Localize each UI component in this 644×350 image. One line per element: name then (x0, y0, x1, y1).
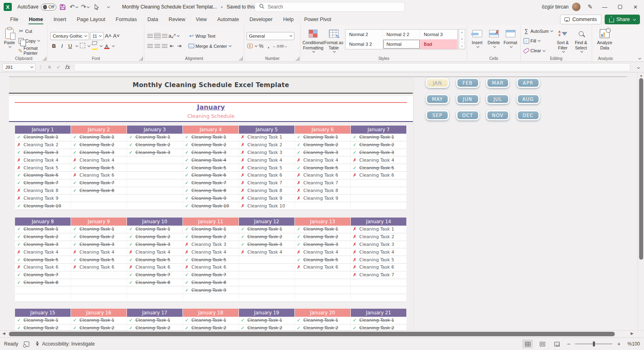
task-cell[interactable] (71, 294, 127, 302)
task-cell[interactable]: ✓Cleaning Task 2 (239, 324, 295, 330)
tab-formulas[interactable]: Formulas (110, 15, 142, 25)
month-button-jun[interactable]: JUN (456, 94, 479, 104)
day-header[interactable]: January 12 (239, 218, 295, 226)
task-cell[interactable] (351, 294, 407, 302)
task-cell[interactable]: ✗Cleaning Task 7 (295, 179, 351, 187)
task-cell[interactable] (239, 264, 295, 271)
task-cell[interactable]: ✓Cleaning Task 2 (239, 233, 295, 241)
delete-cells-button[interactable]: Delete (485, 27, 502, 48)
horizontal-scrollbar[interactable]: ◀ ▶ (0, 330, 644, 337)
sort-filter-button[interactable]: AZ Sort & Filter (554, 27, 572, 53)
clear-button[interactable]: Clear (523, 47, 553, 55)
user-avatar[interactable] (572, 2, 581, 11)
task-cell[interactable]: ✓Cleaning Task 2 (127, 233, 183, 241)
task-cell[interactable]: ✓Cleaning Task 7 (15, 179, 71, 187)
task-cell[interactable]: ✗Cleaning Task 9 (15, 194, 71, 202)
task-cell[interactable] (239, 256, 295, 264)
scroll-right-icon[interactable]: ▶ (631, 331, 633, 335)
task-cell[interactable]: ✓Cleaning Task 2 (351, 141, 407, 149)
task-cell[interactable]: ✗Cleaning Task 6 (239, 172, 295, 179)
task-cell[interactable] (127, 172, 183, 179)
task-cell[interactable] (127, 202, 183, 210)
task-cell[interactable]: ✓Cleaning Task 1 (71, 317, 127, 324)
month-button-sep[interactable]: SEP (426, 110, 449, 120)
font-dialog-launcher[interactable] (139, 57, 143, 60)
task-cell[interactable]: ✓Cleaning Task 2 (127, 141, 183, 149)
task-cell[interactable]: ✗Cleaning Task 8 (239, 187, 295, 195)
gallery-up-icon[interactable]: ˄ (459, 30, 465, 36)
task-cell[interactable]: ✗Cleaning Task 5 (239, 164, 295, 172)
draw-pen-icon[interactable]: ✎ (585, 2, 595, 12)
day-header[interactable]: January 8 (15, 218, 71, 226)
conditional-formatting-button[interactable]: Conditional Formatting (303, 27, 324, 53)
task-cell[interactable]: ✗Cleaning Task 6 (295, 264, 351, 271)
task-cell[interactable]: ✗Cleaning Task 6 (71, 172, 127, 179)
task-cell[interactable]: ✓Cleaning Task 1 (183, 134, 239, 141)
task-cell[interactable]: ✗Cleaning Task 6 (351, 172, 407, 179)
task-cell[interactable]: ✗Cleaning Task 7 (351, 271, 407, 279)
month-button-oct[interactable]: OCT (456, 110, 479, 120)
align-left-icon[interactable] (147, 43, 153, 49)
quick-access-customize-icon[interactable] (103, 2, 113, 12)
day-header[interactable]: January 13 (295, 218, 351, 226)
format-painter-button[interactable]: ✎Format Painter (18, 46, 45, 55)
day-header[interactable]: January 9 (71, 218, 127, 226)
task-cell[interactable]: ✓Cleaning Task 3 (127, 149, 183, 157)
task-cell[interactable] (127, 187, 183, 195)
day-header[interactable]: January 14 (351, 218, 407, 226)
task-cell[interactable]: ✗Cleaning Task 4 (239, 156, 295, 164)
task-cell[interactable]: ✓Cleaning Task 2 (183, 141, 239, 149)
formula-bar-expand-icon[interactable] (634, 64, 642, 71)
task-cell[interactable]: ✓Cleaning Task 8 (15, 279, 71, 287)
task-cell[interactable]: ✗Cleaning Task 4 (71, 248, 127, 256)
task-cell[interactable]: ✓Cleaning Task 1 (239, 317, 295, 324)
ribbon-collapse-icon[interactable] (638, 57, 641, 60)
month-button-dec[interactable]: DEC (517, 110, 540, 120)
tab-review[interactable]: Review (163, 15, 191, 25)
task-cell[interactable]: ✓Cleaning Task 5 (351, 164, 407, 172)
task-cell[interactable]: ✗Cleaning Task 6 (351, 264, 407, 271)
tab-insert[interactable]: Insert (48, 15, 71, 25)
task-cell[interactable] (295, 294, 351, 302)
task-cell[interactable]: ✓Cleaning Task 7 (127, 271, 183, 279)
task-cell[interactable] (351, 179, 407, 187)
task-cell[interactable]: ✓Cleaning Task 1 (15, 317, 71, 324)
task-cell[interactable]: ✗Cleaning Task 3 (183, 241, 239, 249)
task-cell[interactable]: ✗Cleaning Task 6 (127, 264, 183, 271)
page-layout-view-button[interactable] (537, 339, 547, 348)
number-format-select[interactable]: General (247, 32, 294, 40)
gallery-expand-icon[interactable]: ⌄ (459, 43, 465, 49)
task-cell[interactable]: ✓Cleaning Task 3 (15, 241, 71, 249)
task-cell[interactable]: ✗Cleaning Task 6 (183, 264, 239, 271)
task-cell[interactable] (15, 294, 71, 302)
day-header[interactable]: January 1 (15, 126, 71, 134)
insert-function-icon[interactable]: fx (63, 63, 72, 71)
task-cell[interactable] (127, 286, 183, 294)
day-header[interactable]: January 11 (183, 218, 239, 226)
task-cell[interactable]: ✓Cleaning Task 1 (15, 226, 71, 233)
task-cell[interactable] (351, 279, 407, 287)
task-cell[interactable]: ✓Cleaning Task 3 (295, 149, 351, 157)
autosave-toggle[interactable]: AutoSave Off (17, 4, 56, 11)
task-cell[interactable]: ✓Cleaning Task 2 (15, 324, 71, 330)
orientation-icon[interactable]: a⤢ (169, 33, 175, 39)
font-family-select[interactable]: Century Gothic (50, 32, 89, 40)
task-cell[interactable]: ✓Cleaning Task 5 (295, 256, 351, 264)
task-cell[interactable]: ✓Cleaning Task 3 (71, 241, 127, 249)
task-cell[interactable]: ✗Cleaning Task 3 (239, 149, 295, 157)
day-header[interactable]: January 21 (351, 309, 407, 317)
day-header[interactable]: January 4 (183, 126, 239, 134)
task-cell[interactable]: ✓Cleaning Task 3 (127, 241, 183, 249)
task-cell[interactable] (351, 194, 407, 202)
task-cell[interactable]: ✓Cleaning Task 1 (351, 317, 407, 324)
day-header[interactable]: January 5 (239, 126, 295, 134)
redo-icon[interactable]: ↷ (80, 2, 90, 12)
task-cell[interactable]: ✗Cleaning Task 6 (15, 264, 71, 271)
fill-color-icon[interactable] (91, 41, 98, 51)
task-cell[interactable]: ✗Cleaning Task 4 (295, 248, 351, 256)
task-cell[interactable]: ✓Cleaning Task 2 (15, 233, 71, 241)
task-cell[interactable]: ✓Cleaning Task 1 (295, 317, 351, 324)
day-header[interactable]: January 18 (183, 309, 239, 317)
task-cell[interactable]: ✓Cleaning Task 7 (183, 179, 239, 187)
zoom-in-icon[interactable]: + (616, 341, 621, 347)
